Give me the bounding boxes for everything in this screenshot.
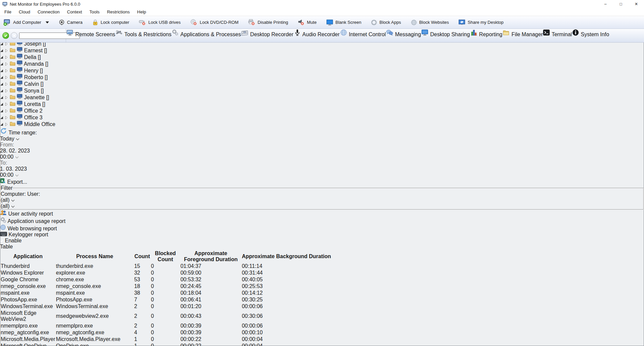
computer-filter-select[interactable]: (all)	[1, 197, 643, 203]
cell-foreground-duration: 00:59:00	[180, 270, 241, 276]
tree-expander-icon[interactable]	[0, 108, 10, 114]
cell-application: Windows Explorer	[1, 270, 55, 276]
camera-label: Camera	[67, 20, 83, 25]
cell-process-name: chrome.exe	[56, 277, 133, 283]
maximize-button[interactable]: □	[613, 0, 629, 8]
remote-screens-button[interactable]: Remote Screens	[66, 29, 115, 42]
table-row[interactable]: Thunderbird thunderbird.exe 15 0 01:04:3…	[1, 263, 331, 269]
tree-expander-icon[interactable]	[0, 68, 10, 73]
menu-item[interactable]: Restrictions	[103, 9, 133, 14]
lock-dvd-button[interactable]: Lock DVD/CD-ROM	[190, 19, 238, 25]
tree-expander-icon[interactable]	[0, 101, 10, 107]
tree-expander-icon[interactable]	[0, 95, 10, 100]
table-row[interactable]: Microsoft OneDrive OneDrive.exe 1 0 00:0…	[1, 343, 331, 346]
export-button[interactable]: Export...	[0, 178, 644, 185]
file-manager-button[interactable]: File Manager	[502, 29, 543, 42]
col-application[interactable]: Application	[1, 250, 55, 263]
table-row[interactable]: Microsoft.Media.Player Microsoft.Media.P…	[1, 336, 331, 342]
table-row[interactable]: mspaint.exe mspaint.exe 38 0 00:18:04 00…	[1, 290, 331, 296]
camera-button[interactable]: Camera	[59, 19, 83, 25]
reporting-button[interactable]: Reporting	[470, 29, 502, 42]
block-apps-button[interactable]: Block Apps	[371, 19, 401, 25]
menu-item[interactable]: Connection	[34, 9, 63, 14]
time-range-select[interactable]: Today	[0, 136, 29, 142]
tree-item[interactable]: Sonya []	[0, 87, 644, 94]
table-row[interactable]: nmemplpro.exe nmemplpro.exe 2 0 00:00:39…	[1, 323, 331, 329]
tree-item[interactable]: Jeanette []	[0, 94, 644, 101]
block-websites-button[interactable]: Block Websites	[411, 19, 449, 25]
tab-application-usage-report[interactable]: Application usage report	[0, 217, 644, 224]
internet-control-button[interactable]: Internet Control	[340, 29, 386, 42]
tree-expander-icon[interactable]	[0, 74, 10, 80]
tree-expander-icon[interactable]	[0, 88, 10, 94]
cell-blocked-count: 0	[151, 297, 180, 303]
menu-item[interactable]: File	[1, 9, 15, 14]
blank-screen-button[interactable]: Blank Screen	[326, 19, 361, 25]
table-row[interactable]: Google Chrome chrome.exe 53 0 00:53:32 0…	[1, 277, 331, 283]
tree-item[interactable]: Earnest []	[0, 47, 644, 54]
applications-processes-button[interactable]: Applications & Processes	[171, 29, 241, 42]
table-row[interactable]: Windows Explorer explorer.exe 32 0 00:59…	[1, 270, 331, 276]
share-desktop-button[interactable]: Share my Desktop	[459, 19, 503, 25]
add-computer-dropdown-icon[interactable]	[46, 21, 49, 23]
select-all-button[interactable]	[2, 32, 9, 39]
disable-printing-button[interactable]: Disable Printing	[248, 19, 288, 25]
tree-expander-icon[interactable]	[0, 121, 10, 127]
tree-item[interactable]: Henry []	[0, 67, 644, 74]
deselect-all-button[interactable]	[11, 32, 17, 39]
col-count[interactable]: Count	[134, 250, 150, 263]
tree-item[interactable]: Amanda []	[0, 60, 644, 67]
tree-expander-icon[interactable]	[0, 81, 10, 87]
messaging-button[interactable]: Messaging	[386, 29, 421, 42]
from-date-input[interactable]: 28. 02. 2023 00:00	[0, 148, 38, 160]
tree-item[interactable]: Office 3	[0, 114, 644, 121]
col-background-duration[interactable]: Approximate Background Duration	[242, 250, 331, 263]
system-info-button[interactable]: System Info	[572, 29, 609, 42]
usb-blocked-icon	[139, 19, 146, 25]
cell-background-duration: 00:00:06	[242, 303, 331, 309]
terminal-button[interactable]: Terminal	[543, 29, 572, 42]
mute-button[interactable]: Mute	[298, 19, 317, 25]
enable-checkbox[interactable]	[0, 238, 5, 243]
col-foreground-duration[interactable]: Approximate Foreground Duration	[180, 250, 241, 263]
table-side-tab[interactable]: Table	[0, 244, 644, 250]
col-process-name[interactable]: Process Name	[56, 250, 133, 263]
tab-keylogger-report[interactable]: Keylogger report	[0, 232, 644, 238]
tree-expander-icon[interactable]	[0, 115, 10, 120]
refresh-icon[interactable]	[0, 127, 7, 134]
tree-expander-icon[interactable]	[0, 54, 10, 60]
user-filter-select[interactable]: (all)	[1, 203, 643, 209]
desktop-sharing-button[interactable]: Desktop Sharing	[421, 29, 470, 42]
tree-item[interactable]: Loretta []	[0, 101, 644, 107]
lock-usb-button[interactable]: Lock USB drives	[139, 19, 180, 25]
audio-recorder-button[interactable]: Audio Recorder	[293, 29, 340, 42]
tree-item[interactable]: Roberto []	[0, 74, 644, 80]
close-button[interactable]: ✕	[629, 0, 644, 8]
menu-item[interactable]: Help	[133, 9, 150, 14]
lock-computer-button[interactable]: Lock computer	[92, 19, 129, 25]
table-row[interactable]: nmep_console.exe nmep_console.exe 18 0 0…	[1, 283, 331, 289]
tree-expander-icon[interactable]	[0, 61, 10, 67]
menu-item[interactable]: Context	[63, 9, 86, 14]
menu-item[interactable]: Tools	[86, 9, 103, 14]
col-blocked-count[interactable]: Blocked Count	[151, 250, 180, 263]
tree-item[interactable]: Della []	[0, 54, 644, 60]
tree-item[interactable]: Calvin []	[0, 80, 644, 87]
menu-item[interactable]: Cloud	[15, 9, 34, 14]
table-row[interactable]: Microsoft Edge WebView2 msedgewebview2.e…	[1, 310, 331, 322]
table-row[interactable]: nmep_agtconfig.exe nmep_agtconfig.exe 4 …	[1, 330, 331, 336]
tree-expander-icon[interactable]	[0, 48, 10, 53]
minimize-button[interactable]: –	[598, 0, 613, 8]
tree-item[interactable]: Office 2	[0, 107, 644, 114]
cell-blocked-count: 0	[151, 336, 180, 342]
tab-user-activity-report[interactable]: User activity report	[0, 210, 644, 217]
tab-web-browsing-report[interactable]: Web browsing report	[0, 224, 644, 232]
desktop-recorder-button[interactable]: Desktop Recorder	[241, 29, 293, 42]
tree-item[interactable]: Middle Office	[0, 121, 644, 127]
add-computer-button[interactable]: Add Computer	[3, 19, 49, 26]
cell-count: 2	[134, 303, 150, 309]
table-row[interactable]: PhotosApp.exe PhotosApp.exe 7 0 00:06:41…	[1, 297, 331, 303]
table-row[interactable]: WindowsTerminal.exe WindowsTerminal.exe …	[1, 303, 331, 309]
tools-restrictions-button[interactable]: Tools & Restrictions	[115, 29, 172, 42]
to-date-input[interactable]: 1. 03. 2023 00:00	[0, 166, 36, 178]
